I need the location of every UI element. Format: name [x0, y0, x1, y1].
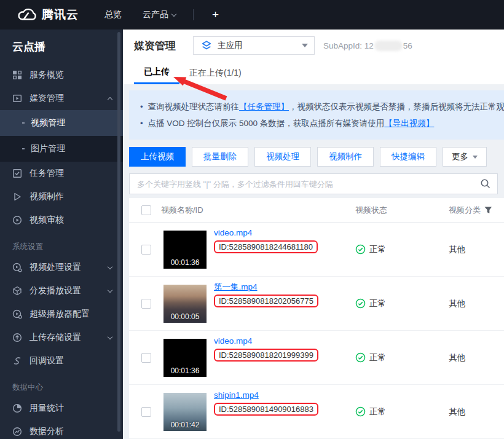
- sidebar-item-video-produce[interactable]: 视频制作: [0, 185, 123, 208]
- sidebar-item-image-management[interactable]: 图片管理: [0, 136, 123, 162]
- sidebar-item-upload-storage-settings[interactable]: 上传存储设置: [0, 326, 123, 349]
- video-thumbnail[interactable]: 00:01:42: [163, 393, 207, 431]
- table-row: 00:01:42 shipin1.mp4 ID:5285890814909016…: [129, 385, 504, 439]
- notice-banner: •查询视频处理状态请前往【任务管理】，视频状态仅表示视频是否禁播，禁播后视频将无…: [129, 90, 504, 140]
- video-produce-button[interactable]: 视频制作: [317, 147, 374, 167]
- filter-icon[interactable]: [484, 207, 492, 214]
- bullet-icon: [22, 148, 25, 149]
- video-name-link[interactable]: shipin1.mp4: [214, 389, 259, 401]
- toolbar: 上传视频 批量删除 视频处理 视频制作 快捷编辑 更多: [129, 147, 504, 167]
- video-thumbnail[interactable]: 00:01:36: [163, 231, 207, 269]
- sidebar-item-video-process-settings[interactable]: 视频处理设置: [0, 256, 123, 279]
- sidebar-item-media-management[interactable]: 媒资管理: [0, 87, 123, 110]
- pie-chart-icon: [12, 403, 22, 413]
- sidebar-item-superplayer-config[interactable]: 超级播放器配置: [0, 303, 123, 326]
- video-name-link[interactable]: video.mp4: [214, 335, 252, 347]
- video-category: 其他: [449, 352, 465, 363]
- chevron-up-icon: [108, 97, 112, 101]
- callback-icon: [12, 356, 22, 366]
- tab-uploaded[interactable]: 已上传: [134, 61, 179, 84]
- sidebar-item-video-management[interactable]: 视频管理: [0, 110, 123, 136]
- play-triangle-icon: [12, 192, 22, 202]
- video-id-annotation: ID:5285890818201999399: [214, 349, 318, 362]
- video-thumbnail[interactable]: 00:00:05: [163, 285, 207, 323]
- add-tab-button[interactable]: +: [212, 8, 219, 22]
- chevron-down-icon: [473, 156, 478, 159]
- app-selector-dropdown[interactable]: 主应用: [193, 36, 315, 55]
- search-box: [129, 173, 498, 194]
- data-analysis-icon: [12, 427, 22, 437]
- row-checkbox[interactable]: [141, 299, 151, 309]
- media-table: 视频名称/ID 视频状态 视频分类 00:01:36 video.mp4 ID:…: [129, 198, 504, 439]
- process-settings-icon: [12, 263, 22, 272]
- brand-name: 腾讯云: [42, 7, 79, 23]
- sidebar-item-distribute-play-settings[interactable]: 分发播放设置: [0, 279, 123, 303]
- video-duration: 00:00:05: [163, 312, 207, 321]
- sidebar-item-data-analysis[interactable]: 数据分析: [0, 420, 123, 439]
- status-badge: 正常: [355, 244, 386, 255]
- chevron-down-icon: [171, 11, 176, 16]
- video-duration: 00:01:42: [163, 421, 207, 429]
- batch-delete-button[interactable]: 批量删除: [192, 147, 248, 167]
- vod-console-page: 腾讯云 总览 云产品 + 云点播 服务概览 媒资管理: [0, 0, 504, 439]
- tencent-cloud-logo[interactable]: 腾讯云: [16, 7, 79, 23]
- more-button[interactable]: 更多: [443, 147, 487, 167]
- row-checkbox[interactable]: [141, 245, 151, 255]
- content-area: •查询视频处理状态请前往【任务管理】，视频状态仅表示视频是否禁播，禁播后视频将无…: [123, 84, 504, 439]
- sidebar-item-task-management[interactable]: 任务管理: [0, 162, 123, 185]
- cloud-logo-icon: [16, 7, 37, 22]
- sidebar-item-video-review[interactable]: 视频审核: [0, 208, 123, 232]
- sidebar-item-usage-stats[interactable]: 用量统计: [0, 397, 123, 420]
- column-category: 视频分类: [449, 205, 492, 216]
- upload-video-button[interactable]: 上传视频: [129, 147, 186, 167]
- media-submenu: 视频管理 图片管理: [0, 110, 123, 162]
- chevron-down-icon: [302, 44, 308, 47]
- task-icon: [12, 168, 22, 178]
- column-status: 视频状态: [355, 205, 387, 216]
- layers-icon: [201, 40, 212, 51]
- quick-edit-button[interactable]: 快捷编辑: [380, 147, 436, 167]
- column-name: 视频名称/ID: [161, 205, 203, 216]
- bullet-icon: •: [140, 119, 143, 128]
- review-icon: [12, 215, 22, 225]
- table-row: 00:01:36 video.mp4 ID:528589081824468118…: [129, 223, 504, 277]
- cube-icon: [12, 286, 22, 296]
- check-circle-icon: [355, 406, 366, 417]
- video-id-annotation: ID:5285890818202056775: [214, 295, 318, 307]
- video-id-annotation: ID:5285890814909016883: [214, 403, 318, 416]
- task-management-link[interactable]: 【任务管理】: [239, 102, 289, 111]
- page-header: 媒资管理 主应用 SubAppId: 12 56: [123, 30, 504, 61]
- export-video-link[interactable]: 【导出视频】: [384, 119, 434, 128]
- sidebar: 云点播 服务概览 媒资管理 视频管理 图片管理: [0, 30, 123, 439]
- check-circle-icon: [355, 352, 366, 363]
- chevron-down-icon: [108, 287, 112, 292]
- search-icon[interactable]: [480, 178, 491, 189]
- upload-icon: [12, 333, 22, 342]
- video-thumbnail[interactable]: 00:01:36: [163, 339, 207, 377]
- row-checkbox[interactable]: [141, 353, 151, 363]
- tab-uploading[interactable]: 正在上传(1/1): [179, 61, 251, 84]
- player-config-icon: [12, 309, 22, 319]
- sidebar-item-callback-settings[interactable]: 回调设置: [0, 349, 123, 373]
- media-icon: [12, 93, 22, 103]
- topnav-overview[interactable]: 总览: [104, 9, 122, 20]
- sidebar-scrollbar[interactable]: [117, 32, 120, 432]
- topnav-products[interactable]: 云产品: [143, 9, 176, 20]
- status-badge: 正常: [355, 298, 386, 309]
- page-title: 媒资管理: [134, 39, 176, 53]
- top-navigation-bar: 腾讯云 总览 云产品 +: [0, 0, 504, 30]
- video-process-button[interactable]: 视频处理: [254, 147, 311, 167]
- row-checkbox[interactable]: [141, 407, 151, 417]
- sidebar-item-service-overview[interactable]: 服务概览: [0, 63, 123, 87]
- bullet-icon: •: [140, 102, 143, 111]
- redacted-blur: [374, 41, 403, 51]
- video-name-link[interactable]: video.mp4: [214, 227, 252, 239]
- status-badge: 正常: [355, 406, 386, 417]
- select-all-checkbox[interactable]: [141, 205, 151, 215]
- grid-icon: [12, 70, 22, 80]
- section-label-data-center: 数据中心: [0, 373, 123, 397]
- notice-line-1: •查询视频处理状态请前往【任务管理】，视频状态仅表示视频是否禁播，禁播后视频将无…: [140, 98, 504, 115]
- video-name-link[interactable]: 第一集.mp4: [214, 281, 258, 293]
- search-input[interactable]: [129, 173, 498, 194]
- video-duration: 00:01:36: [163, 258, 207, 267]
